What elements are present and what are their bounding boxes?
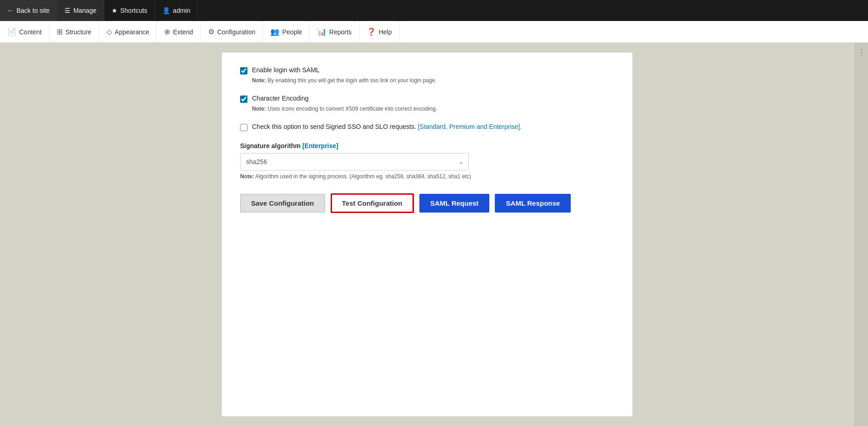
signature-algorithm-note: Note: Algorithm used in the signing proc… <box>240 173 614 180</box>
nav-item-appearance[interactable]: ◇ Appearance <box>99 21 157 43</box>
signed-requests-link[interactable]: [Standard, Premium and Enterprise]. <box>418 123 522 130</box>
nav-help-label: Help <box>379 28 392 36</box>
enable-saml-checkbox[interactable] <box>240 67 247 75</box>
main-content: Enable login with SAML Note: By enabling… <box>0 43 868 426</box>
character-encoding-label[interactable]: Character Encoding <box>252 95 309 102</box>
char-encoding-note-prefix: Note: <box>252 106 266 112</box>
character-encoding-row: Character Encoding <box>240 95 614 103</box>
enable-saml-note: Note: By enabling this you will get the … <box>252 77 614 84</box>
character-encoding-note: Note: Uses iconv encoding to convert X50… <box>252 106 614 112</box>
signed-requests-label: Check this option to send Signed SSO and… <box>252 123 522 130</box>
signature-algorithm-select[interactable]: sha256 sha384 sha512 sha1 <box>240 153 469 170</box>
content-area: Enable login with SAML Note: By enabling… <box>0 43 854 426</box>
appearance-icon: ◇ <box>107 27 112 36</box>
admin-link[interactable]: 👤 admin <box>155 0 198 21</box>
people-icon: 👥 <box>270 27 279 36</box>
nav-reports-label: Reports <box>329 28 352 36</box>
shortcuts-label: Shortcuts <box>120 7 147 14</box>
enable-saml-note-text: By enabling this you will get the login … <box>268 77 437 84</box>
star-icon: ★ <box>112 7 118 14</box>
nav-extend-label: Extend <box>173 28 193 36</box>
enable-saml-section: Enable login with SAML Note: By enabling… <box>240 66 614 84</box>
nav-item-people[interactable]: 👥 People <box>263 21 310 43</box>
nav-item-structure[interactable]: ⊞ Structure <box>49 21 99 43</box>
signature-algorithm-section: Signature algorithm [Enterprise] sha256 … <box>240 142 614 180</box>
nav-configuration-label: Configuration <box>217 28 255 36</box>
sig-algo-note-text: Algorithm used in the signing process. (… <box>255 173 471 180</box>
test-configuration-button[interactable]: Test Configuration <box>331 193 414 213</box>
reports-icon: 📊 <box>317 27 327 36</box>
enable-saml-row: Enable login with SAML <box>240 66 614 75</box>
nav-item-configuration[interactable]: ⚙ Configuration <box>201 21 263 43</box>
menu-icon: ☰ <box>64 7 70 14</box>
saml-request-button[interactable]: SAML Request <box>419 194 490 213</box>
character-encoding-section: Character Encoding Note: Uses iconv enco… <box>240 95 614 112</box>
back-arrow-icon: ← <box>7 7 14 14</box>
back-to-site-link[interactable]: ← Back to site <box>0 0 57 21</box>
enable-saml-label[interactable]: Enable login with SAML <box>252 66 320 74</box>
buttons-row: Save Configuration Test Configuration SA… <box>240 193 614 213</box>
extend-icon: ⊕ <box>164 27 170 36</box>
manage-link[interactable]: ☰ Manage <box>57 0 104 21</box>
help-icon: ❓ <box>367 27 376 36</box>
signature-algorithm-select-wrapper: sha256 sha384 sha512 sha1 ⌄ <box>240 153 469 170</box>
nav-item-extend[interactable]: ⊕ Extend <box>157 21 201 43</box>
content-icon: 📄 <box>7 27 16 36</box>
manage-label: Manage <box>73 7 96 14</box>
nav-structure-label: Structure <box>65 28 91 36</box>
enable-saml-note-prefix: Note: <box>252 77 266 84</box>
right-panel-toggle-icon[interactable]: ⋮ <box>857 48 866 58</box>
nav-content-label: Content <box>19 28 42 36</box>
config-card: Enable login with SAML Note: By enabling… <box>221 52 633 417</box>
nav-people-label: People <box>282 28 302 36</box>
saml-response-button[interactable]: SAML Response <box>495 194 571 213</box>
sig-algo-note-prefix: Note: <box>240 173 254 180</box>
configuration-icon: ⚙ <box>208 27 214 36</box>
admin-bar: ← Back to site ☰ Manage ★ Shortcuts 👤 ad… <box>0 0 868 21</box>
secondary-nav: 📄 Content ⊞ Structure ◇ Appearance ⊕ Ext… <box>0 21 868 43</box>
save-configuration-button[interactable]: Save Configuration <box>240 194 325 213</box>
nav-item-content[interactable]: 📄 Content <box>0 21 49 43</box>
user-icon: 👤 <box>162 7 170 14</box>
nav-item-help[interactable]: ❓ Help <box>359 21 400 43</box>
signature-algorithm-enterprise-link[interactable]: [Enterprise] <box>302 142 338 149</box>
signed-requests-row: Check this option to send Signed SSO and… <box>240 123 614 131</box>
signature-algorithm-label: Signature algorithm [Enterprise] <box>240 142 614 149</box>
nav-appearance-label: Appearance <box>115 28 150 36</box>
structure-icon: ⊞ <box>57 27 63 36</box>
right-panel: ⋮ <box>854 43 868 426</box>
signed-requests-section: Check this option to send Signed SSO and… <box>240 123 614 131</box>
character-encoding-checkbox[interactable] <box>240 96 247 103</box>
signed-requests-checkbox[interactable] <box>240 124 247 131</box>
admin-label: admin <box>173 7 190 14</box>
back-to-site-label: Back to site <box>16 7 49 14</box>
nav-item-reports[interactable]: 📊 Reports <box>310 21 359 43</box>
shortcuts-link[interactable]: ★ Shortcuts <box>104 0 155 21</box>
char-encoding-note-text: Uses iconv encoding to convert X509 cert… <box>268 106 437 112</box>
